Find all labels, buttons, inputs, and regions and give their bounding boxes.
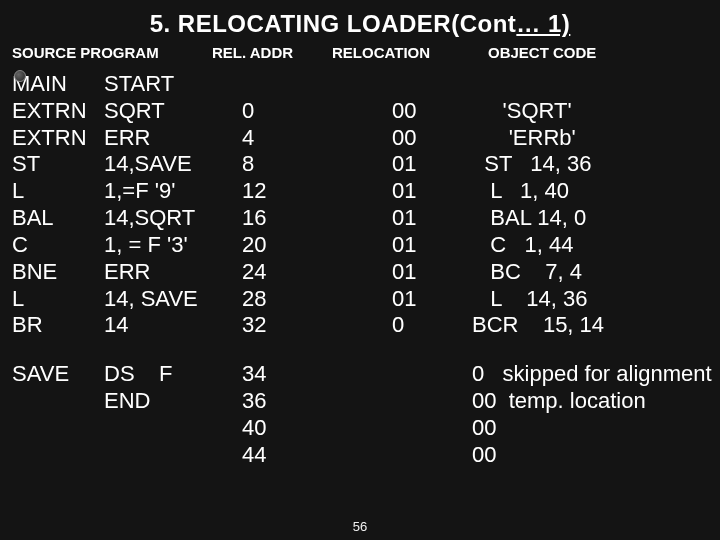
bullet-decor <box>14 70 26 82</box>
table-row: C1, = F '3'20 01 C 1, 44 <box>12 232 720 259</box>
header-source: SOURCE PROGRAM <box>0 44 212 61</box>
table-row: EXTRNERR400 'ERRb' <box>12 125 720 152</box>
header-relocation: RELOCATION <box>332 44 488 61</box>
table-row: L1,=F '9'12 01 L 1, 40 <box>12 178 720 205</box>
page-number: 56 <box>0 519 720 534</box>
slide-title: 5. RELOCATING LOADER(Cont… 1) <box>0 0 720 38</box>
table-row: BNEERR24 01 BC 7, 4 <box>12 259 720 286</box>
title-text-plain: 5. RELOCATING LOADER(Cont <box>150 10 517 37</box>
table-row: SAVEDS F340 skipped for alignment <box>12 361 720 388</box>
listing-block-1: MAINSTART EXTRNSQRT000 'SQRT' EXTRNERR40… <box>0 71 720 469</box>
table-row: EXTRNSQRT000 'SQRT' <box>12 98 720 125</box>
table-row: L14, SAVE2801 L 14, 36 <box>12 286 720 313</box>
table-row: 4400 <box>12 442 720 469</box>
table-row: 4000 <box>12 415 720 442</box>
table-row: END3600 temp. location <box>12 388 720 415</box>
header-object-code: OBJECT CODE <box>488 44 720 61</box>
header-rel-addr: REL. ADDR <box>212 44 332 61</box>
table-row: BAL14,SQRT16 01 BAL 14, 0 <box>12 205 720 232</box>
table-row: BR1432 0BCR 15, 14 <box>12 312 720 339</box>
title-text-underline: … 1) <box>516 10 570 37</box>
table-row: MAINSTART <box>12 71 720 98</box>
table-row: ST14,SAVE801 ST 14, 36 <box>12 151 720 178</box>
column-headers: SOURCE PROGRAM REL. ADDR RELOCATION OBJE… <box>0 38 720 71</box>
